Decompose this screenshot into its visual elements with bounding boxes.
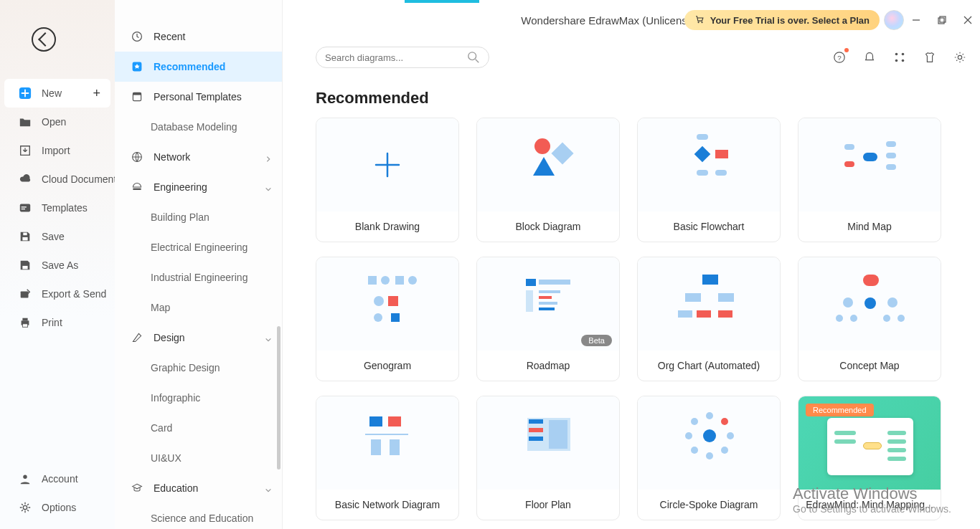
nav-item-save[interactable]: Save [0,222,115,251]
chevron-down-icon [265,334,272,341]
nav-item-new[interactable]: New + [4,79,110,108]
education-icon [131,482,143,495]
category-panel: Recent Recommended Personal Templates Da… [115,0,283,529]
card-thumbnail [316,118,458,211]
card-concept-map[interactable]: Concept Map [798,257,941,381]
nav-item-templates[interactable]: Templates [0,194,115,222]
import-icon [19,144,32,157]
svg-point-11 [23,475,27,479]
card-thumbnail: Recommended [798,396,941,490]
saveas-icon [19,259,32,272]
svg-point-19 [697,22,699,23]
card-org-chart[interactable]: Org Chart (Automated) [637,257,781,381]
svg-rect-22 [940,16,946,22]
add-icon[interactable]: + [93,86,100,101]
clock-icon [131,30,143,43]
svg-rect-6 [22,266,27,270]
title-bar: Wondershare EdrawMax (Unlicensed Version… [283,0,980,40]
svg-point-30 [958,55,961,59]
card-basic-flowchart[interactable]: Basic Flowchart [637,118,781,242]
cat-engineering[interactable]: Engineering [115,172,282,202]
cat-network[interactable]: Network [115,142,282,172]
design-icon [131,331,143,344]
card-thumbnail [316,396,458,490]
shirt-icon[interactable] [923,50,937,65]
svg-rect-21 [938,18,944,24]
avatar[interactable] [884,10,904,30]
trial-banner[interactable]: Your Free Trial is over. Select a Plan [684,10,880,30]
template-grid: Blank Drawing Block Diagram Basic Flowch… [316,118,980,520]
gear-icon [19,501,32,514]
svg-rect-9 [22,318,27,321]
svg-text:?: ? [837,54,842,62]
svg-point-29 [902,59,905,62]
card-blank-drawing[interactable]: Blank Drawing [316,118,459,242]
cat-sub-science[interactable]: Science and Education [115,503,282,529]
notification-dot [844,48,849,52]
nav-item-account[interactable]: Account [0,464,115,493]
close-button[interactable] [963,15,973,25]
cat-sub-card[interactable]: Card [115,413,282,443]
search-icon[interactable] [467,51,480,64]
chevron-right-icon [265,153,272,161]
maximize-button[interactable] [937,15,947,25]
nav-group-bottom: Account Options [0,464,115,522]
plus-icon [373,151,402,179]
card-thumbnail [798,257,941,351]
cat-design[interactable]: Design [115,323,282,353]
bell-icon[interactable] [862,50,877,65]
card-block-diagram[interactable]: Block Diagram [476,118,620,242]
card-floor-plan[interactable]: Floor Plan [476,396,620,520]
minimize-button[interactable] [911,15,921,25]
search-box[interactable] [316,47,489,68]
nav-item-print[interactable]: Print [0,308,115,337]
cat-sub-infographic[interactable]: Infographic [115,383,282,413]
card-genogram[interactable]: Genogram [316,257,459,381]
nav-item-export[interactable]: Export & Send [0,280,115,308]
cat-sub-industrial[interactable]: Industrial Engineering [115,262,282,292]
cat-sub-electrical[interactable]: Electrical Engineering [115,232,282,262]
cat-sub-uiux[interactable]: UI&UX [115,443,282,473]
search-input[interactable] [325,52,461,63]
cloud-icon [19,173,32,186]
back-arrow-icon [38,32,52,47]
nav-item-open[interactable]: Open [0,108,115,136]
cat-sub-graphic[interactable]: Graphic Design [115,353,282,383]
card-network-diagram[interactable]: Basic Network Diagram [316,396,459,520]
nav-item-saveas[interactable]: Save As [0,251,115,280]
svg-rect-4 [22,237,27,241]
cat-sub-db[interactable]: Database Modeling [115,112,282,142]
cat-sub-map[interactable]: Map [115,292,282,323]
recommended-badge: Recommended [806,404,874,416]
apps-icon[interactable] [892,50,907,65]
beta-badge: Beta [581,335,612,346]
nav-item-import[interactable]: Import [0,136,115,165]
svg-rect-18 [133,189,141,190]
cat-recent[interactable]: Recent [115,22,282,52]
nav-group-main: New + Open Import Cloud Documents Templa… [0,79,115,337]
cat-personal[interactable]: Personal Templates [115,82,282,112]
card-thumbnail [638,396,780,490]
cart-icon [694,14,705,27]
settings-icon[interactable] [953,50,967,65]
card-mind-map[interactable]: Mind Map [798,118,941,242]
nav-item-cloud[interactable]: Cloud Documents [0,165,115,194]
print-icon [19,316,32,329]
folder-icon [19,115,32,128]
svg-rect-16 [133,92,141,95]
svg-rect-5 [23,233,27,236]
card-thumbnail [798,118,941,211]
template-icon [131,90,143,103]
back-button[interactable] [32,27,56,52]
nav-item-options[interactable]: Options [0,493,115,522]
cat-sub-building[interactable]: Building Plan [115,202,282,232]
scrollbar-thumb[interactable] [277,326,281,470]
svg-rect-2 [22,206,27,207]
user-icon [19,472,32,485]
card-circle-spoke[interactable]: Circle-Spoke Diagram [637,396,781,520]
help-icon[interactable]: ? [832,50,847,65]
card-thumbnail [316,257,458,351]
card-roadmap[interactable]: Beta Roadmap [476,257,620,381]
cat-education[interactable]: Education [115,473,282,503]
cat-recommended[interactable]: Recommended [115,52,282,82]
